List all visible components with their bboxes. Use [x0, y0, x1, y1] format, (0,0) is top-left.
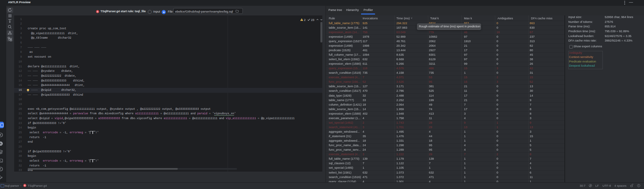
svg-text:A: A: [0, 142, 2, 145]
